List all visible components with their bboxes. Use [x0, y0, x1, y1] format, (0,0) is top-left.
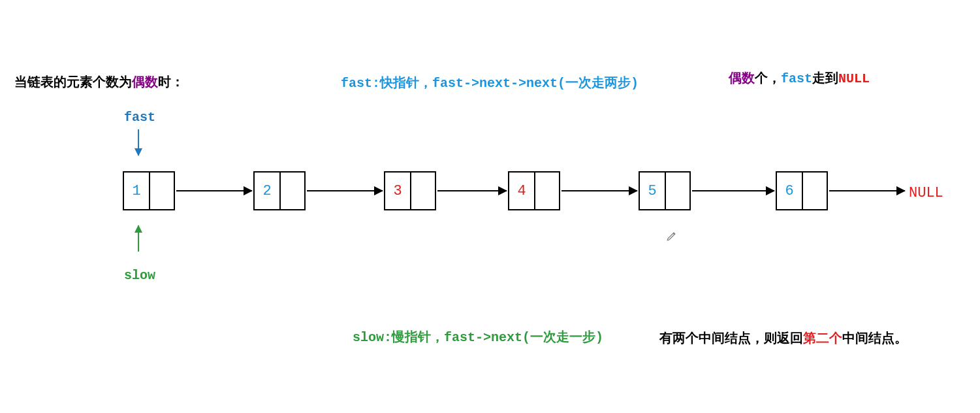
- node-value: 4: [509, 173, 534, 209]
- title-caption: 当链表的元素个数为偶数时：: [14, 73, 184, 91]
- even-note-p3: fast: [781, 71, 812, 86]
- link-arrow-icon: [829, 190, 905, 191]
- null-label: NULL: [909, 185, 943, 201]
- title-highlight: 偶数: [132, 75, 158, 90]
- slow-description: slow:慢指针，fast->next(一次走一步): [353, 328, 603, 346]
- even-note-p1: 偶数: [729, 71, 755, 86]
- node-value: 3: [385, 173, 410, 209]
- fast-arrow-icon: [138, 129, 139, 156]
- even-note-p2: 个，: [755, 71, 781, 86]
- list-node-3: 3: [384, 171, 436, 210]
- even-note-p4: 走到: [812, 71, 838, 86]
- fast-desc-text: fast:快指针，fast->next->next(一次走两步): [341, 76, 639, 91]
- list-node-2: 2: [253, 171, 306, 210]
- node-divider: [410, 173, 411, 209]
- node-divider: [802, 173, 803, 209]
- list-node-1: 1: [123, 171, 175, 210]
- list-node-5: 5: [639, 171, 691, 210]
- link-arrow-icon: [307, 190, 383, 191]
- even-note-p5: NULL: [838, 71, 870, 86]
- title-suffix: 时：: [158, 75, 184, 90]
- node-value: 1: [124, 173, 149, 209]
- slow-arrow-icon: [138, 225, 139, 252]
- link-arrow-icon: [437, 190, 507, 191]
- slow-pointer-label: slow: [124, 268, 155, 283]
- return-note-p2: 第二个: [803, 331, 842, 346]
- list-node-6: 6: [776, 171, 828, 210]
- even-note: 偶数个，fast走到NULL: [729, 69, 870, 87]
- link-arrow-icon: [692, 190, 774, 191]
- return-note-p3: 中间结点。: [842, 331, 908, 346]
- node-divider: [534, 173, 535, 209]
- pencil-icon: [666, 230, 678, 242]
- title-prefix: 当链表的元素个数为: [14, 75, 132, 90]
- fast-description: fast:快指针，fast->next->next(一次走两步): [341, 74, 639, 91]
- node-value: 6: [777, 173, 802, 209]
- link-arrow-icon: [561, 190, 637, 191]
- node-divider: [665, 173, 666, 209]
- return-note: 有两个中间结点，则返回第二个中间结点。: [659, 329, 908, 347]
- list-node-4: 4: [508, 171, 560, 210]
- return-note-p1: 有两个中间结点，则返回: [659, 331, 803, 346]
- link-arrow-icon: [176, 190, 252, 191]
- node-divider: [279, 173, 281, 209]
- node-value: 5: [640, 173, 665, 209]
- node-value: 2: [255, 173, 279, 209]
- fast-pointer-label: fast: [124, 110, 155, 125]
- node-divider: [149, 173, 150, 209]
